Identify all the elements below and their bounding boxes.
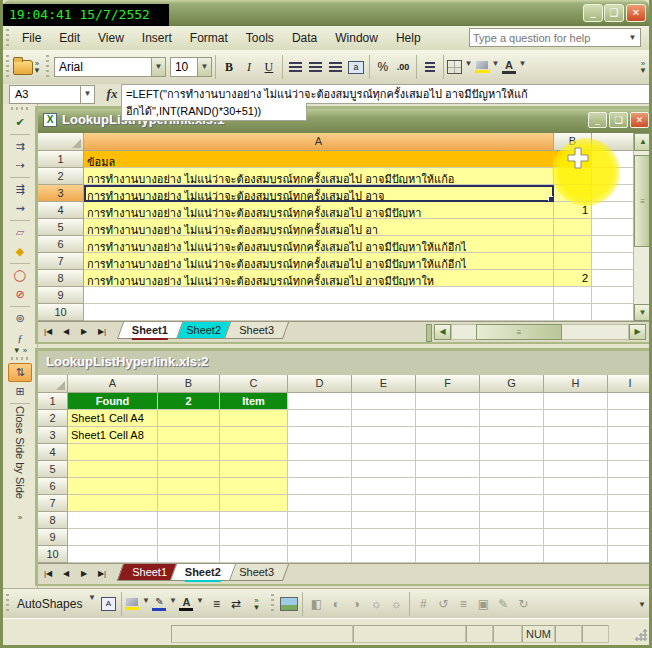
close-side-by-side-button[interactable]: Close Side by Side <box>8 406 32 514</box>
picture-toolbar-grip[interactable] <box>271 594 274 614</box>
menu-insert[interactable]: Insert <box>133 26 181 50</box>
draw-font-color-button[interactable]: A▼ <box>179 592 206 616</box>
cell-B9[interactable] <box>554 287 592 304</box>
draw-line-color-button[interactable]: ✎▼ <box>152 592 179 616</box>
name-box-dropdown-icon[interactable]: ▼ <box>80 86 94 103</box>
borders-dropdown-icon[interactable]: ▼ <box>462 55 475 79</box>
prev-sheet-button[interactable]: ◀ <box>58 566 74 582</box>
last-sheet-button[interactable]: ▶| <box>94 324 110 340</box>
cell-B5[interactable] <box>158 461 220 478</box>
circle-invalid-data-button[interactable]: ◯ <box>8 266 32 285</box>
window1-close-button[interactable]: ✕ <box>630 112 649 128</box>
autoshapes-button[interactable]: AutoShapes <box>14 597 85 611</box>
tab-sheet1[interactable]: Sheet1 <box>117 322 183 339</box>
cell-C10[interactable] <box>592 304 634 321</box>
cell-A9[interactable] <box>84 287 554 304</box>
tab-sheet3[interactable]: Sheet3 <box>224 322 289 339</box>
menu-format[interactable]: Format <box>181 26 237 50</box>
decrease-decimal-button[interactable]: .00 <box>393 55 413 79</box>
cell-A7[interactable] <box>68 495 158 512</box>
column-header-b[interactable]: B <box>158 375 220 393</box>
cell-A2[interactable]: Sheet1 Cell A4 <box>68 410 158 427</box>
cell-A5[interactable] <box>68 461 158 478</box>
row-header-5[interactable]: 5 <box>38 461 68 478</box>
row-header-7[interactable]: 7 <box>38 495 68 512</box>
cell-C6[interactable] <box>592 236 634 253</box>
align-left-button[interactable] <box>286 55 306 79</box>
menubar-grip[interactable] <box>6 29 9 47</box>
picture-toolbar-overflow[interactable]: ▼ <box>638 601 646 608</box>
column-header-i[interactable]: I <box>608 375 652 393</box>
menu-tools[interactable]: Tools <box>237 26 283 50</box>
standard-toolbar-grip[interactable] <box>6 55 9 79</box>
cells-D1-I1[interactable] <box>288 393 652 410</box>
formatting-toolbar-grip[interactable] <box>46 55 49 79</box>
cell-C7[interactable] <box>592 253 634 270</box>
cell-A1[interactable]: Found <box>68 393 158 410</box>
font-name-combo[interactable]: Arial ▼ <box>54 57 166 77</box>
drawing-toolbar-overflow[interactable]: »▼ <box>252 597 260 611</box>
row-header-6[interactable]: 6 <box>38 236 84 253</box>
cell-B6[interactable] <box>158 478 220 495</box>
question-help-input[interactable] <box>470 29 626 46</box>
font-color-button[interactable]: A ▼ <box>502 55 529 79</box>
row-header-2[interactable]: 2 <box>38 168 84 185</box>
question-help-box[interactable]: ▼ <box>469 28 641 47</box>
hscroll-thumb[interactable]: ≡ <box>476 324 562 340</box>
more-contrast-button[interactable]: ◐ <box>326 592 346 616</box>
column-header-c[interactable]: C <box>220 375 288 393</box>
cell-C7[interactable] <box>220 495 288 512</box>
format-picture-button[interactable]: ✎ <box>493 592 513 616</box>
trace-precedents-button[interactable]: ⇉ <box>8 137 32 156</box>
cell-B5[interactable] <box>554 219 592 236</box>
app-close-button[interactable]: ✕ <box>626 4 646 22</box>
cell-C5[interactable] <box>220 461 288 478</box>
row-header-4[interactable]: 4 <box>38 202 84 219</box>
row-header-2[interactable]: 2 <box>38 410 68 427</box>
cells-D5-I5[interactable] <box>288 461 652 478</box>
cell-A5[interactable]: การทำงานบางอย่าง ไม่แน่ว่าจะต้องสมบูรณ์ท… <box>84 219 554 236</box>
reset-window-position-button[interactable]: ⊞ <box>8 382 32 401</box>
reset-picture-button[interactable]: ↻ <box>513 592 533 616</box>
formula-input-line1[interactable]: =LEFT("การทำงานบางอย่าง ไม่แน่ว่าจะต้องส… <box>121 84 652 104</box>
menu-view[interactable]: View <box>89 26 133 50</box>
increase-indent-button[interactable] <box>420 55 440 79</box>
cells-D10-I10[interactable] <box>288 546 652 563</box>
cell-A4[interactable] <box>68 444 158 461</box>
cell-B10[interactable] <box>554 304 592 321</box>
cell-A6[interactable] <box>68 478 158 495</box>
cells-D9-I9[interactable] <box>288 529 652 546</box>
row-header-10[interactable]: 10 <box>38 546 68 563</box>
next-sheet-button[interactable]: ▶ <box>76 566 92 582</box>
borders-button[interactable]: ▼ <box>447 55 475 79</box>
remove-dependent-arrows-button[interactable]: ⇝ <box>8 199 32 218</box>
row-header-8[interactable]: 8 <box>38 270 84 287</box>
cell-B7[interactable] <box>158 495 220 512</box>
remove-precedent-arrows-button[interactable]: ⇢ <box>8 156 32 175</box>
cells-D6-I6[interactable] <box>288 478 652 495</box>
less-contrast-button[interactable]: ◑ <box>346 592 366 616</box>
app-minimize-button[interactable]: _ <box>583 4 603 22</box>
first-sheet-button[interactable]: |◀ <box>40 566 56 582</box>
row-header-8[interactable]: 8 <box>38 512 68 529</box>
cells-D4-I4[interactable] <box>288 444 652 461</box>
fill-color-dropdown-icon[interactable]: ▼ <box>489 55 502 79</box>
italic-button[interactable]: I <box>239 55 259 79</box>
cell-B6[interactable] <box>554 236 592 253</box>
standard-toolbar-overflow[interactable]: » ▼ <box>33 60 41 74</box>
row-header-3[interactable]: 3 <box>38 427 68 444</box>
compress-pictures-button[interactable]: ▣ <box>473 592 493 616</box>
window1-restore-button[interactable]: ❑ <box>609 112 628 128</box>
cell-A3-selected[interactable]: การทำงานบางอย่าง ไม่แน่ว่าจะต้องสมบูรณ์ท… <box>84 185 554 202</box>
column-header-e[interactable]: E <box>352 375 416 393</box>
open-file-button[interactable] <box>13 55 33 79</box>
cell-C5[interactable] <box>592 219 634 236</box>
fill-dropdown-icon[interactable]: ▼ <box>139 592 152 616</box>
row-header-9[interactable]: 9 <box>38 529 68 546</box>
column-header-h[interactable]: H <box>544 375 608 393</box>
window1-minimize-button[interactable]: _ <box>588 112 607 128</box>
last-sheet-button[interactable]: ▶| <box>94 566 110 582</box>
insert-function-button[interactable]: fx <box>103 85 121 103</box>
cell-B1[interactable]: 2 <box>158 393 220 410</box>
cell-B10[interactable] <box>158 546 220 563</box>
